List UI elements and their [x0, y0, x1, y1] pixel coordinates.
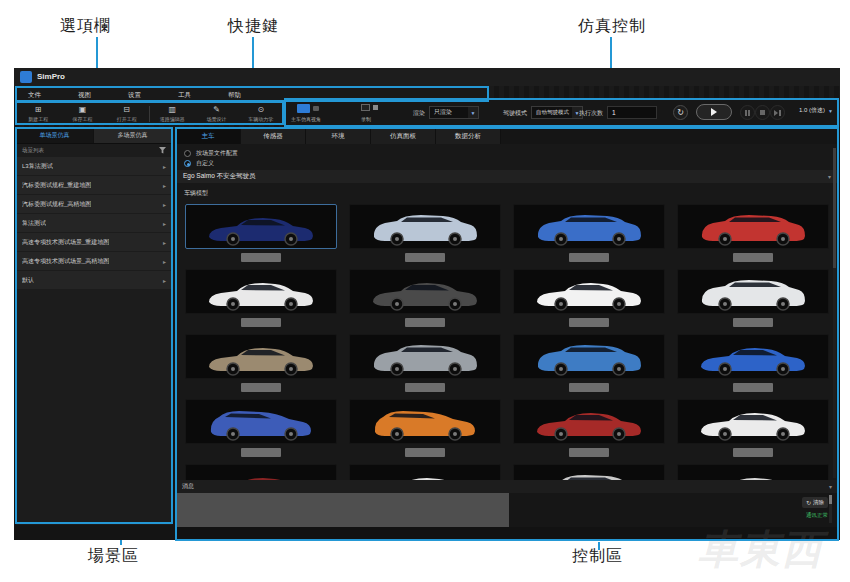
vehicle-card-partial-0[interactable] — [185, 464, 337, 480]
vehicle-image-hatchback[interactable] — [349, 399, 501, 444]
vehicle-card-15[interactable] — [677, 399, 829, 444]
main-tab-1[interactable]: 传感器 — [241, 128, 306, 144]
drive-mode-dropdown[interactable]: 自动驾驶模式 ▼ — [531, 106, 583, 119]
scene-list-title: 场景列表 — [22, 147, 44, 154]
step-forward-icon — [774, 110, 781, 116]
play-button[interactable] — [696, 104, 732, 120]
reset-button[interactable]: ↻ — [673, 105, 688, 120]
vehicle-card-partial-3[interactable] — [677, 464, 829, 480]
menu-item-1[interactable]: 视图 — [78, 91, 128, 100]
vehicle-image-sedan[interactable] — [677, 399, 829, 444]
vehicle-image-sedan[interactable] — [513, 399, 665, 444]
collapse-arrow-icon[interactable]: ▸ — [163, 239, 166, 246]
scene-list-item-0[interactable]: L3算法测试▸ — [16, 157, 172, 175]
vehicle-image-sedan[interactable] — [513, 269, 665, 314]
message-section-header[interactable]: 消息 ▾ — [176, 480, 838, 493]
main-view-toggle-icon[interactable] — [297, 104, 310, 113]
collapse-arrow-icon[interactable]: ▸ — [163, 220, 166, 227]
vehicle-image-sedan[interactable] — [185, 334, 337, 379]
toolbar-button-3[interactable]: ▥道路编辑器 — [150, 106, 194, 122]
vehicle-name-label — [405, 253, 445, 262]
exec-count-label: 执行次数 — [579, 109, 603, 118]
vehicle-image-suv[interactable] — [349, 204, 501, 249]
vehicle-card-11[interactable] — [677, 334, 829, 379]
connection-status-text: 通讯正常 — [806, 512, 828, 519]
scene-list-item-5[interactable]: 高速专项技术测试场景_高精地图▸ — [16, 252, 172, 270]
vehicle-image-hatchback[interactable] — [185, 399, 337, 444]
toolbar-button-5[interactable]: ⊙车辆动力学 — [239, 106, 283, 122]
vertical-scrollbar[interactable] — [833, 148, 836, 478]
vehicle-image-suv[interactable] — [677, 269, 829, 314]
vehicle-card-1[interactable] — [349, 204, 501, 249]
exec-count-input[interactable]: 1 — [607, 106, 657, 119]
clear-messages-button[interactable]: ↻ 清除 — [802, 497, 828, 508]
scene-list-item-6[interactable]: 默认▸ — [16, 271, 172, 289]
stop-button[interactable] — [755, 105, 770, 120]
step-forward-button[interactable] — [770, 105, 785, 120]
open-project-icon: ⊟ — [123, 106, 130, 114]
toolbar-button-0[interactable]: ⊞新建工程 — [16, 106, 60, 122]
vehicle-card-7[interactable] — [677, 269, 829, 314]
collapse-arrow-icon[interactable]: ▸ — [163, 277, 166, 284]
vehicle-model-grid — [185, 204, 830, 444]
main-tab-0[interactable]: 主车 — [176, 128, 241, 144]
vehicle-image-sedan[interactable] — [185, 204, 337, 249]
toolbar-button-2[interactable]: ⊟打开工程 — [105, 106, 149, 122]
menu-item-0[interactable]: 文件 — [28, 91, 78, 100]
filter-icon[interactable] — [159, 147, 166, 155]
config-option-label: 自定义 — [196, 159, 214, 168]
scene-list: L3算法测试▸汽标委测试规程_重建地图▸汽标委测试规程_高精地图▸算法测试▸高速… — [16, 157, 172, 289]
vehicle-image-suv[interactable] — [513, 204, 665, 249]
bottom-scroll-track[interactable] — [176, 527, 838, 540]
refresh-icon: ↻ — [806, 499, 811, 506]
vehicle-card-3[interactable] — [677, 204, 829, 249]
main-tab-4[interactable]: 数据分析 — [436, 128, 501, 144]
vehicle-card-9[interactable] — [349, 334, 501, 379]
vehicle-card-14[interactable] — [513, 399, 665, 444]
vehicle-card-2[interactable] — [513, 204, 665, 249]
vehicle-card-12[interactable] — [185, 399, 337, 444]
scene-list-item-3[interactable]: 算法测试▸ — [16, 214, 172, 232]
scene-item-label: 默认 — [22, 276, 34, 285]
menu-item-2[interactable]: 设置 — [128, 91, 178, 100]
config-option-scene-file[interactable]: 按场景文件配置 — [184, 149, 238, 158]
ego-section-header[interactable]: Ego Saimo 不安全驾驶员 ▾ — [176, 170, 838, 183]
vehicle-card-partial-2[interactable] — [513, 464, 665, 480]
vehicle-card-0[interactable] — [185, 204, 337, 249]
vehicle-image-suv[interactable] — [349, 334, 501, 379]
menu-item-3[interactable]: 工具 — [178, 91, 228, 100]
vehicle-image-sedan[interactable] — [349, 269, 501, 314]
vehicle-card-6[interactable] — [513, 269, 665, 314]
vehicle-card-5[interactable] — [349, 269, 501, 314]
collapse-arrow-icon[interactable]: ▸ — [163, 163, 166, 170]
speed-dropdown[interactable]: 1.0 (倍速) ▼ — [799, 106, 833, 115]
scene-list-item-4[interactable]: 高速专项技术测试场景_重建地图▸ — [16, 233, 172, 251]
scene-item-label: L3算法测试 — [22, 162, 53, 171]
vehicle-image-sedan[interactable] — [677, 334, 829, 379]
collapse-arrow-icon[interactable]: ▸ — [163, 258, 166, 265]
config-option-custom[interactable]: 自定义 — [184, 159, 214, 168]
menu-item-4[interactable]: 帮助 — [228, 91, 278, 100]
render-mode-dropdown[interactable]: 只渲染 ▼ — [429, 106, 479, 119]
vehicle-card-partial-1[interactable] — [349, 464, 501, 480]
scene-list-item-2[interactable]: 汽标委测试规程_高精地图▸ — [16, 195, 172, 213]
sidebar-tab-0[interactable]: 单场景仿真 — [16, 128, 94, 143]
toolbar-button-4[interactable]: ✎场景设计 — [195, 106, 239, 122]
collapse-arrow-icon[interactable]: ▸ — [163, 201, 166, 208]
vehicle-image-suv[interactable] — [513, 334, 665, 379]
scene-list-item-1[interactable]: 汽标委测试规程_重建地图▸ — [16, 176, 172, 194]
collapse-arrow-icon[interactable]: ▸ — [163, 182, 166, 189]
pause-button[interactable] — [740, 105, 755, 120]
vehicle-card-4[interactable] — [185, 269, 337, 314]
vehicle-image-sedan[interactable] — [185, 269, 337, 314]
vehicle-card-13[interactable] — [349, 399, 501, 444]
message-scrollbar[interactable] — [829, 495, 832, 523]
sidebar-tab-1[interactable]: 多场景仿真 — [94, 128, 172, 143]
main-tab-2[interactable]: 环境 — [306, 128, 371, 144]
main-tab-3[interactable]: 仿真面板 — [371, 128, 436, 144]
vehicle-card-10[interactable] — [513, 334, 665, 379]
toolbar-button-1[interactable]: ▣保存工程 — [60, 106, 104, 122]
record-toggle-icon[interactable] — [361, 104, 370, 111]
vehicle-image-suv[interactable] — [677, 204, 829, 249]
vehicle-card-8[interactable] — [185, 334, 337, 379]
